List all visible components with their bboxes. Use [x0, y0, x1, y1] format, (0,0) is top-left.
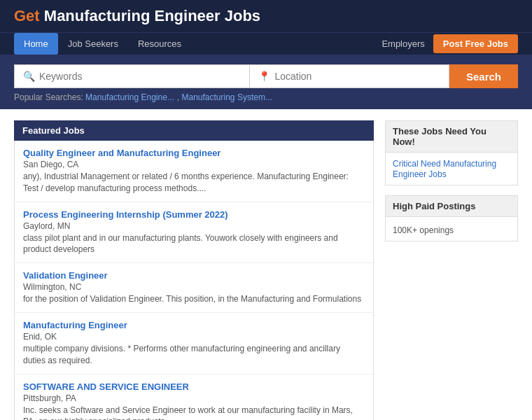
job-location: Enid, OK: [23, 332, 365, 342]
job-location: Wilmington, NC: [23, 282, 365, 292]
post-jobs-button[interactable]: Post Free Jobs: [433, 34, 518, 53]
job-location: Gaylord, MN: [23, 221, 365, 231]
keywords-input[interactable]: [39, 71, 241, 82]
popular-link-1[interactable]: Manufacturing Engine...: [85, 92, 174, 102]
nav-resources[interactable]: Resources: [128, 33, 191, 55]
title-main: Manufacturing Engineer Jobs: [44, 7, 260, 24]
sidebar-need-now-link[interactable]: Critical Need Manufacturing Engineer Job…: [393, 159, 496, 179]
nav-right: Employers Post Free Jobs: [382, 34, 518, 53]
table-row: Validation Engineer Wilmington, NC for t…: [15, 263, 373, 313]
location-input[interactable]: [274, 71, 440, 82]
search-keywords-wrapper: 🔍: [14, 64, 250, 88]
location-icon: 📍: [258, 71, 270, 82]
job-desc: Inc. seeks a Software and Service Engine…: [23, 405, 365, 420]
sidebar-need-now-box: These Jobs Need You Now! Critical Need M…: [385, 120, 518, 186]
sidebar-high-paid-subtext: 100K+ openings: [393, 225, 510, 235]
popular-searches: Popular Searches: Manufacturing Engine..…: [14, 92, 518, 102]
job-title-link[interactable]: SOFTWARE AND SERVICE ENGINEER: [23, 382, 189, 392]
nav-employers[interactable]: Employers: [382, 38, 424, 49]
main-content: Featured Jobs Quality Engineer and Manuf…: [0, 109, 532, 420]
job-desc: for the position of Validation Engineer.…: [23, 293, 365, 305]
table-row: Quality Engineer and Manufacturing Engin…: [15, 141, 373, 202]
job-title-link[interactable]: Validation Engineer: [23, 270, 108, 281]
nav-bar: Home Job Seekers Resources Employers Pos…: [0, 32, 532, 55]
job-desc: class pilot plant and in our manufacturi…: [23, 232, 365, 256]
table-row: Manufacturing Engineer Enid, OK multiple…: [15, 313, 373, 374]
search-row: 🔍 📍 Search: [14, 64, 518, 88]
job-location: San Diego, CA: [23, 160, 365, 169]
popular-label: Popular Searches:: [14, 92, 83, 102]
job-title-link[interactable]: Quality Engineer and Manufacturing Engin…: [23, 148, 220, 158]
search-section: 🔍 📍 Search Popular Searches: Manufacturi…: [0, 55, 532, 109]
job-desc: any), Industrial Management or related /…: [23, 171, 365, 195]
nav-home[interactable]: Home: [14, 33, 58, 55]
sidebar-high-paid-body: 100K+ openings: [386, 217, 517, 241]
table-row: SOFTWARE AND SERVICE ENGINEER Pittsburgh…: [15, 374, 373, 420]
job-desc: multiple company divisions. * Performs o…: [23, 343, 365, 367]
sidebar-need-now-body: Critical Need Manufacturing Engineer Job…: [386, 153, 517, 185]
left-column: Featured Jobs Quality Engineer and Manuf…: [14, 120, 374, 420]
sidebar-high-paid-box: High Paid Postings 100K+ openings: [385, 195, 518, 241]
nav-left: Home Job Seekers Resources: [14, 33, 191, 55]
featured-jobs-header: Featured Jobs: [14, 120, 374, 141]
job-title-link[interactable]: Manufacturing Engineer: [23, 320, 127, 330]
site-header: Get Manufacturing Engineer Jobs: [0, 0, 532, 32]
job-location: Pittsburgh, PA: [23, 393, 365, 403]
title-get: Get: [14, 7, 40, 24]
search-icon: 🔍: [23, 71, 35, 82]
popular-link-2[interactable]: Manufacturing System...: [182, 92, 272, 102]
sidebar-need-now-title: These Jobs Need You Now!: [386, 121, 517, 153]
nav-job-seekers[interactable]: Job Seekers: [58, 33, 128, 55]
site-title: Get Manufacturing Engineer Jobs: [14, 7, 260, 24]
sidebar-high-paid-title: High Paid Postings: [386, 196, 517, 217]
jobs-container: Quality Engineer and Manufacturing Engin…: [14, 141, 374, 420]
search-location-wrapper: 📍: [250, 64, 449, 88]
right-column: These Jobs Need You Now! Critical Need M…: [385, 120, 518, 420]
search-button[interactable]: Search: [449, 64, 518, 88]
table-row: Process Engineering Internship (Summer 2…: [15, 202, 373, 264]
job-title-link[interactable]: Process Engineering Internship (Summer 2…: [23, 209, 228, 220]
